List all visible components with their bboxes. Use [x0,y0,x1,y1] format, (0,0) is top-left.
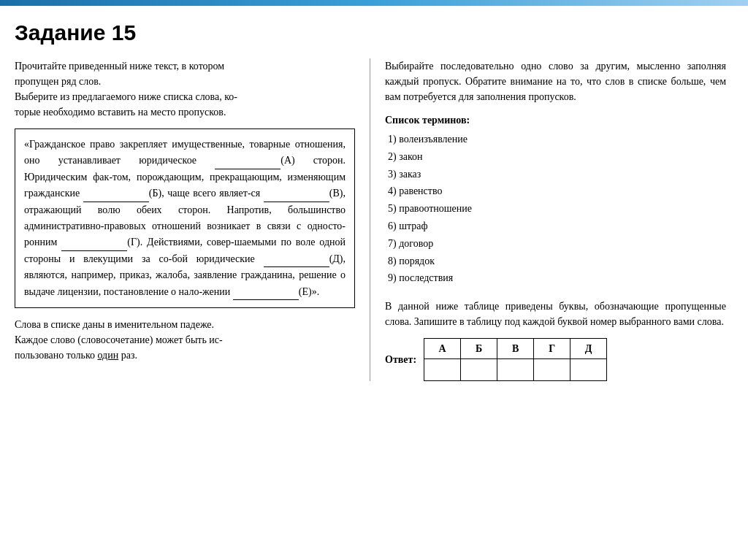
blank-V [264,192,329,202]
answer-label: Ответ: [385,354,416,366]
blank-A [215,159,280,169]
passage-box: «Гражданское право закрепляет имуществен… [15,129,355,308]
answer-table: А Б В Г Д [424,338,607,381]
page-title: Задание 15 [15,20,726,45]
table-instruction: В данной ниже таблице приведены буквы, о… [385,299,726,329]
blank-B [83,192,149,202]
footer-note: Слова в списке даны в именительном падеж… [15,317,355,363]
blank-D [264,257,329,267]
right-intro: Выбирайте последовательно одно слово за … [385,58,726,104]
left-intro: Прочитайте приведенный ниже текст, в кот… [15,58,355,120]
top-bar [0,0,748,6]
passage-part-7: (Е)». [299,286,319,297]
list-item: 8) порядок [385,253,726,270]
terms-header: Список терминов: [385,115,726,126]
terms-list: 1) волеизъявление 2) закон 3) заказ 4) р… [385,131,726,287]
col-header-D: Д [570,339,607,359]
list-item: 4) равенство [385,183,726,200]
list-item: 6) штраф [385,218,726,235]
col-header-G: Г [534,339,570,359]
left-column: Прочитайте приведенный ниже текст, в кот… [15,58,370,381]
answer-cell-A[interactable] [424,359,461,381]
passage-part-3: (Б), чаще всего являет-ся [149,188,264,199]
answer-section: Ответ: А Б В Г Д [385,338,726,381]
list-item: 9) последствия [385,269,726,287]
list-item: 3) заказ [385,166,726,183]
answer-cell-D[interactable] [570,359,607,381]
blank-G [61,241,127,251]
col-header-B: Б [461,339,497,359]
list-item: 2) закон [385,148,726,166]
blank-E [233,290,299,300]
col-header-A: А [424,339,461,359]
right-column: Выбирайте последовательно одно слово за … [370,58,726,381]
list-item: 1) волеизъявление [385,131,726,148]
list-item: 7) договор [385,235,726,253]
answer-cell-V[interactable] [497,359,534,381]
answer-cell-B[interactable] [461,359,497,381]
answer-cell-G[interactable] [534,359,570,381]
col-header-V: В [497,339,534,359]
list-item: 5) правоотношение [385,200,726,218]
